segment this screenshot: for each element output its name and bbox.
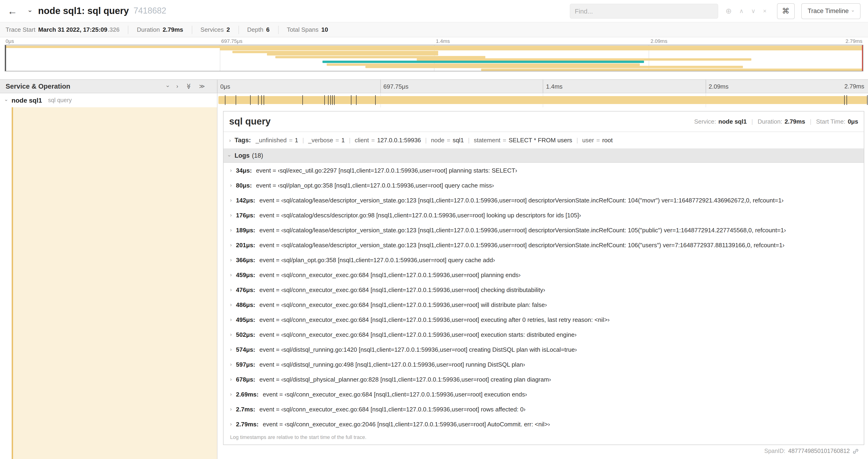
detail-name-column (0, 107, 217, 459)
chevron-right-icon: › (230, 227, 232, 233)
log-row[interactable]: ›80μs:event = ‹sql/plan_opt.go:358 [nsql… (223, 178, 864, 193)
clear-search-icon[interactable]: × (763, 7, 767, 14)
link-icon[interactable] (852, 448, 859, 454)
span-bar-cell[interactable] (217, 93, 868, 107)
log-row[interactable]: ›201μs:event = ‹sql/catalog/lease/descri… (223, 237, 864, 252)
overview-item: Duration:2.79ms (757, 118, 805, 125)
chevron-right-icon: › (230, 257, 232, 263)
summary-value: March 31 2022, 17:25:09 (38, 26, 107, 33)
summary-label: Trace Start (6, 26, 35, 33)
expand-all-icon[interactable]: ≫ (199, 83, 205, 90)
log-row[interactable]: ›176μs:event = ‹sql/catalog/descs/descri… (223, 207, 864, 223)
tag-value: sql1 (453, 137, 464, 144)
chevron-right-icon: › (230, 167, 232, 173)
span-row[interactable]: › node sql1 sql query (0, 93, 868, 107)
tag-item: statement=SELECT * FROM users (474, 137, 572, 144)
overview-item: Service:node sql1 (694, 118, 747, 125)
logs-label: Logs (235, 152, 250, 159)
tag-equals: = (371, 137, 375, 144)
tag-item: client=127.0.0.1:59936 (355, 137, 421, 144)
log-row[interactable]: ›34μs:event = ‹sql/exec_util.go:2297 [ns… (223, 163, 864, 178)
log-row[interactable]: ›189μs:event = ‹sql/catalog/lease/descri… (223, 223, 864, 237)
collapse-all-icon[interactable]: ≫ (185, 83, 192, 89)
log-marker-tick (261, 95, 262, 105)
next-result-icon[interactable]: ∨ (751, 7, 755, 14)
minimap-tick-label: 1.4ms (436, 38, 450, 44)
log-marker-tick (330, 95, 331, 105)
chevron-right-icon: › (230, 212, 232, 218)
detail-row-background (12, 107, 217, 459)
log-marker-tick (328, 95, 329, 105)
tag-separator: | (349, 137, 350, 144)
log-timestamp: 2.79ms: (236, 421, 258, 428)
chevron-right-icon: › (230, 347, 232, 352)
log-row[interactable]: ›486μs:event = ‹sql/conn_executor_exec.g… (223, 297, 864, 312)
summary-value: 2 (226, 26, 230, 33)
summary-item: Depth6 (238, 25, 278, 34)
log-timestamp: 597μs: (236, 361, 255, 368)
timeline-tick-label: 697.75μs (383, 83, 409, 90)
minimap-scrubber-left[interactable] (5, 45, 6, 71)
span-expand-chevron-icon[interactable]: › (4, 99, 9, 101)
span-duration-bar[interactable] (218, 96, 867, 104)
minimap-span-bar (220, 48, 863, 51)
tags-values: _unfinished=1|_verbose=1|client=127.0.0.… (255, 137, 613, 144)
expand-one-icon[interactable]: › (177, 83, 178, 90)
back-button[interactable]: ← (7, 5, 17, 17)
span-id-row: SpanID: 4877749850101760812 (223, 445, 864, 456)
tag-value: root (602, 137, 613, 144)
collapse-one-icon[interactable]: › (165, 85, 171, 87)
minimap-scrubber-right[interactable] (862, 45, 863, 71)
log-timestamp: 476μs: (236, 286, 255, 293)
tag-value: SELECT * FROM users (509, 137, 572, 144)
log-row[interactable]: ›574μs:event = ‹sql/distsql_running.go:1… (223, 342, 864, 357)
log-row[interactable]: ›597μs:event = ‹sql/distsql_running.go:4… (223, 357, 864, 372)
minimap: 0μs697.75μs1.4ms2.09ms2.79ms (0, 37, 868, 72)
log-timestamp: 486μs: (236, 301, 255, 308)
chevron-right-icon: › (230, 272, 232, 277)
summary-item: Total Spans10 (278, 25, 337, 34)
log-row[interactable]: ›2.69ms:event = ‹sql/conn_executor_exec.… (223, 387, 864, 402)
log-row[interactable]: ›2.79ms:event = ‹sql/conn_executor_exec.… (223, 417, 864, 431)
expand-collapse-controls: › › ≫ ≫ (167, 83, 217, 90)
minimap-canvas[interactable] (5, 45, 863, 71)
log-marker-tick (302, 95, 303, 105)
log-message: event = ‹sql/catalog/lease/descriptor_ve… (259, 226, 786, 233)
timeline-tick: 1.4ms (543, 80, 563, 93)
span-detail-card: sql query Service:node sql1|Duration:2.7… (223, 111, 864, 445)
trace-id: 7418682 (133, 6, 166, 16)
minimap-tick-label: 2.09ms (651, 38, 667, 44)
detail-operation-title: sql query (229, 116, 271, 127)
timeline-ruler: 0μs697.75μs1.4ms2.09ms2.79ms (217, 80, 868, 93)
find-input[interactable] (569, 3, 718, 19)
prev-result-icon[interactable]: ∧ (739, 7, 744, 14)
tag-separator: | (425, 137, 427, 144)
log-row[interactable]: ›476μs:event = ‹sql/conn_executor_exec.g… (223, 282, 864, 297)
log-message: event = ‹sql/distsql_physical_planner.go… (259, 376, 551, 383)
locate-icon[interactable]: ⊕ (725, 6, 732, 15)
logs-footnote: Log timestamps are relative to the start… (223, 431, 864, 445)
tag-item: _verbose=1 (308, 137, 345, 144)
log-row[interactable]: ›678μs:event = ‹sql/distsql_physical_pla… (223, 372, 864, 387)
trace-page: ← › node sql1: sql query 7418682 ⊕ ∧ ∨ ×… (0, 0, 868, 459)
summary-label: Total Spans (287, 26, 318, 33)
log-timestamp: 459μs: (236, 271, 255, 278)
trace-title-chevron-icon[interactable]: › (27, 10, 34, 12)
log-marker-tick (258, 95, 258, 105)
log-row[interactable]: ›366μs:event = ‹sql/plan_opt.go:358 [nsq… (223, 252, 864, 267)
log-row[interactable]: ›502μs:event = ‹sql/conn_executor_exec.g… (223, 327, 864, 342)
log-row[interactable]: ›142μs:event = ‹sql/catalog/lease/descri… (223, 193, 864, 207)
logs-header[interactable]: › Logs (18) (223, 149, 864, 163)
log-row[interactable]: ›2.7ms:event = ‹sql/conn_executor_exec.g… (223, 402, 864, 417)
tags-row[interactable]: › Tags: _unfinished=1|_verbose=1|client=… (223, 132, 864, 149)
log-marker-tick (332, 95, 333, 105)
log-message: event = ‹sql/conn_executor_exec.go:684 [… (259, 301, 547, 308)
log-row[interactable]: ›495μs:event = ‹sql/conn_executor_exec.g… (223, 312, 864, 327)
log-row[interactable]: ›459μs:event = ‹sql/conn_executor_exec.g… (223, 267, 864, 282)
log-marker-tick (324, 95, 325, 105)
overview-item: Start Time:0μs (816, 118, 858, 125)
trace-view-selector[interactable]: Trace Timeline › (801, 3, 861, 19)
span-name-cell[interactable]: › node sql1 sql query (0, 93, 217, 107)
keyboard-shortcuts-button[interactable]: ⌘ (777, 3, 795, 19)
service-operation-header: Service & Operation › › ≫ ≫ (0, 80, 217, 93)
